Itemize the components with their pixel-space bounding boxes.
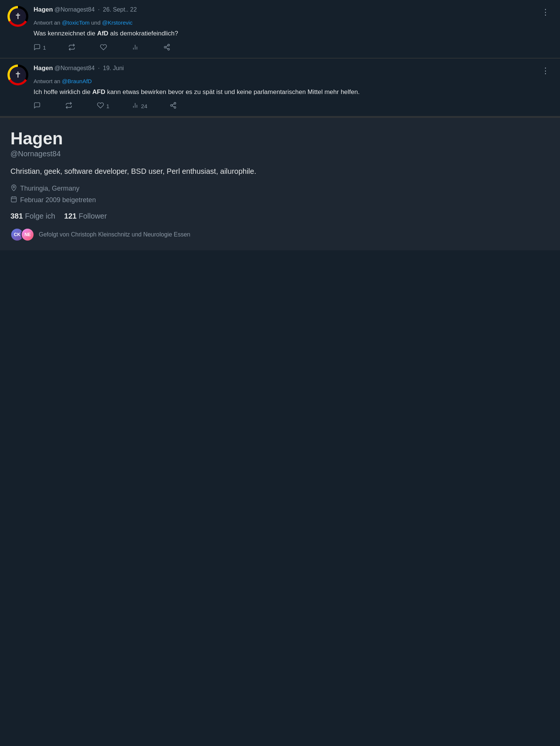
tweet-2-header: Hagen @Nornagest84 · 19. Juni ⋮ [34,65,553,77]
tweet-1-reply-action[interactable]: 1 [34,44,46,52]
svg-line-7 [166,46,168,47]
followed-by-avatars: CK NE [10,228,34,241]
tweet-1-text: Was kennzeichnet die AfD als demokratief… [34,29,553,38]
svg-point-5 [168,48,170,50]
tweet-2-actions: 1 24 [34,102,553,110]
svg-rect-17 [11,197,16,202]
following-label: Folge ich [25,212,55,220]
tweet-2-reply-action[interactable] [34,102,43,110]
cross-icon-2: ✝ [15,71,21,79]
followers-stat[interactable]: 121 Follower [64,212,107,220]
tweet-2-author[interactable]: Hagen [34,65,53,72]
profile-location: Thuringia, Germany [20,185,79,192]
tweet-2: ✝ Hagen @Nornagest84 · 19. Juni ⋮ Antwor… [0,59,560,117]
tweet-1-reply-line: Antwort an @toxicTom und @Krstorevic [34,19,553,26]
tweet-2-mention-1[interactable]: @BraunAfD [62,78,92,84]
calendar-icon [10,196,17,204]
svg-point-4 [164,46,166,48]
share-icon-2 [170,102,177,110]
tweet-2-handle-date: @Nornagest84 · 19. Juni [54,65,124,72]
location-icon [10,184,17,193]
followed-by-row: CK NE Gefolgt von Christoph Kleinschnitz… [10,228,550,241]
profile-handle[interactable]: @Nornagest84 [10,150,550,158]
tweet-2-retweet-action[interactable] [65,102,75,110]
tweet-2-views-count: 24 [141,103,147,109]
tweet-1-und: und [91,19,102,26]
tweet-2-like-action[interactable]: 1 [97,102,109,110]
reply-icon-2 [34,102,41,110]
tweet-2-views-action[interactable]: 24 [132,102,147,110]
svg-point-13 [174,107,176,109]
tweet-2-body: Hagen @Nornagest84 · 19. Juni ⋮ Antwort … [34,65,553,110]
tweet-1-actions: 1 [34,44,553,52]
svg-point-11 [174,103,176,104]
tweet-1-more-button[interactable]: ⋮ [538,6,553,19]
views-icon-2 [132,102,139,110]
share-icon [163,44,170,52]
tweet-1-mention-2[interactable]: @Krstorevic [102,19,133,26]
profile-location-row: Thuringia, Germany [10,184,550,193]
tweet-2-text: Ich hoffe wirklich die AFD kann etwas be… [34,87,553,97]
tweet-1-like-action[interactable] [100,44,109,52]
tweet-2-date: 19. Juni [103,65,124,71]
profile-name: Hagen [10,129,550,148]
retweet-icon [68,44,75,52]
reply-icon [34,44,41,52]
tweet-1-handle[interactable]: @Nornagest84 [54,6,95,13]
tweet-2-reply-line: Antwort an @BraunAfD [34,78,553,84]
tweet-1-reply-prefix: Antwort an [34,19,60,26]
svg-line-6 [166,47,168,48]
profile-section: Hagen @Nornagest84 Christian, geek, soft… [0,116,560,250]
tweet-1-reply-count: 1 [43,44,46,51]
profile-joined: Februar 2009 beigetreten [20,196,96,204]
tweet-1-handle-date: @Nornagest84 · 26. Sept.. 22 [54,6,137,13]
tweet-2-like-count: 1 [106,103,109,109]
svg-point-16 [13,186,15,188]
tweet-1-retweet-action[interactable] [68,44,78,52]
tweet-2-more-button[interactable]: ⋮ [538,65,553,77]
tweet-1: ✝ Hagen @Nornagest84 · 26. Sept.. 22 ⋮ A… [0,0,560,58]
following-count: 381 [10,212,23,220]
svg-line-14 [172,106,174,107]
tweet-1-author[interactable]: Hagen [34,6,53,13]
tweet-2-handle[interactable]: @Nornagest84 [54,65,95,71]
like-icon [100,44,107,52]
tweet-2-meta: Hagen @Nornagest84 · 19. Juni [34,65,124,72]
following-stat[interactable]: 381 Folge ich [10,212,55,220]
followers-label: Follower [79,212,107,220]
tweet-1-meta: Hagen @Nornagest84 · 26. Sept.. 22 [34,6,137,13]
retweet-icon-2 [65,102,72,110]
cross-icon: ✝ [15,12,21,21]
views-icon [132,44,139,52]
svg-point-12 [170,104,172,106]
profile-joined-row: Februar 2009 beigetreten [10,196,550,204]
tweet-1-views-action[interactable] [132,44,141,52]
tweet-1-body: Hagen @Nornagest84 · 26. Sept.. 22 ⋮ Ant… [34,6,553,52]
followers-count: 121 [64,212,76,220]
profile-stats: 381 Folge ich 121 Follower [10,212,550,220]
tweet-1-share-action[interactable] [163,44,170,52]
like-icon-2 [97,102,104,110]
tweet-2-reply-prefix: Antwort an [34,78,60,84]
tweet-2-share-action[interactable] [170,102,177,110]
profile-bio: Christian, geek, software developer, BSD… [10,166,550,177]
tweet-1-header: Hagen @Nornagest84 · 26. Sept.. 22 ⋮ [34,6,553,19]
svg-point-3 [168,44,170,46]
avatar-2[interactable]: ✝ [7,65,28,85]
followed-by-text: Gefolgt von Christoph Kleinschnitz und N… [39,231,190,238]
tweet-1-date: 26. Sept.. 22 [103,6,137,13]
avatar-1[interactable]: ✝ [7,6,28,27]
tweet-1-mention-1[interactable]: @toxicTom [62,19,89,26]
followed-avatar-2[interactable]: NE [21,228,34,241]
svg-line-15 [172,104,174,105]
